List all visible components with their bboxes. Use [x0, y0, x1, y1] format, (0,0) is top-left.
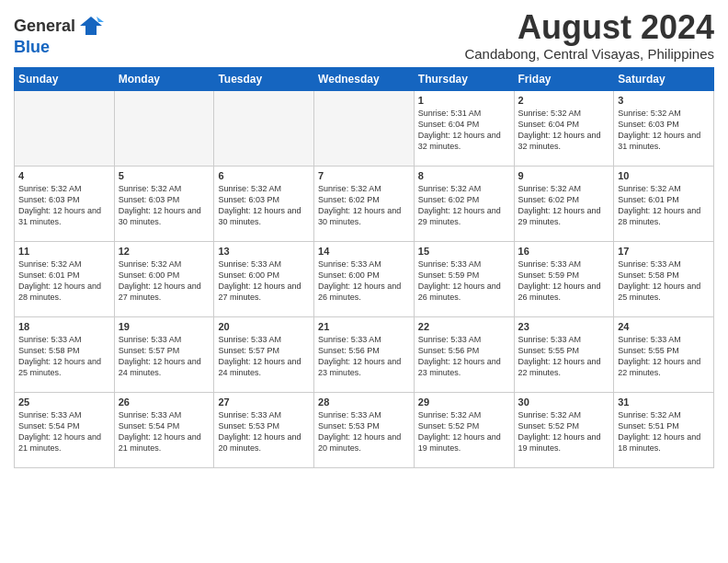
- day-number: 26: [119, 396, 210, 408]
- day-number: 10: [618, 170, 710, 181]
- calendar-cell: 28Sunrise: 5:33 AMSunset: 5:53 PMDayligh…: [314, 392, 415, 467]
- calendar-cell: 17Sunrise: 5:33 AMSunset: 5:58 PMDayligh…: [614, 241, 714, 316]
- cell-info: Sunrise: 5:32 AMSunset: 6:02 PMDaylight:…: [318, 184, 401, 226]
- calendar-cell: 26Sunrise: 5:33 AMSunset: 5:54 PMDayligh…: [114, 392, 214, 467]
- cell-info: Sunrise: 5:31 AMSunset: 6:04 PMDaylight:…: [418, 109, 501, 151]
- calendar-cell: 20Sunrise: 5:33 AMSunset: 5:57 PMDayligh…: [214, 316, 314, 392]
- calendar-week-row: 18Sunrise: 5:33 AMSunset: 5:58 PMDayligh…: [15, 316, 714, 392]
- cell-info: Sunrise: 5:32 AMSunset: 6:03 PMDaylight:…: [18, 184, 101, 226]
- calendar-cell: 6Sunrise: 5:32 AMSunset: 6:03 PMDaylight…: [214, 166, 314, 241]
- day-number: 28: [318, 396, 410, 408]
- day-number: 20: [218, 321, 310, 332]
- day-number: 18: [18, 321, 110, 332]
- cell-info: Sunrise: 5:32 AMSunset: 6:00 PMDaylight:…: [119, 259, 201, 302]
- day-number: 2: [518, 95, 610, 106]
- weekday-header-thursday: Thursday: [414, 67, 514, 90]
- day-number: 17: [618, 246, 710, 257]
- calendar-week-row: 11Sunrise: 5:32 AMSunset: 6:01 PMDayligh…: [15, 241, 714, 316]
- cell-info: Sunrise: 5:33 AMSunset: 5:55 PMDaylight:…: [518, 335, 601, 377]
- calendar-cell: 9Sunrise: 5:32 AMSunset: 6:02 PMDaylight…: [514, 166, 614, 241]
- logo-bird-icon: [78, 13, 104, 39]
- day-number: 1: [418, 95, 510, 106]
- cell-info: Sunrise: 5:33 AMSunset: 5:56 PMDaylight:…: [418, 335, 501, 377]
- calendar-cell: 27Sunrise: 5:33 AMSunset: 5:53 PMDayligh…: [214, 392, 314, 467]
- calendar-cell: 5Sunrise: 5:32 AMSunset: 6:03 PMDaylight…: [114, 166, 214, 241]
- cell-info: Sunrise: 5:33 AMSunset: 5:55 PMDaylight:…: [618, 335, 700, 377]
- day-number: 19: [119, 321, 210, 332]
- day-number: 4: [18, 170, 110, 181]
- location-subtitle: Candabong, Central Visayas, Philippines: [464, 46, 714, 62]
- cell-info: Sunrise: 5:33 AMSunset: 6:00 PMDaylight:…: [218, 259, 301, 302]
- cell-info: Sunrise: 5:32 AMSunset: 6:03 PMDaylight:…: [618, 109, 700, 151]
- day-number: 5: [119, 170, 210, 181]
- cell-info: Sunrise: 5:33 AMSunset: 5:57 PMDaylight:…: [218, 335, 301, 377]
- calendar-cell: [314, 90, 415, 166]
- calendar-cell: 8Sunrise: 5:32 AMSunset: 6:02 PMDaylight…: [414, 166, 514, 241]
- calendar-cell: [114, 90, 214, 166]
- day-number: 25: [18, 396, 110, 408]
- cell-info: Sunrise: 5:33 AMSunset: 5:53 PMDaylight:…: [318, 410, 401, 453]
- calendar-cell: [214, 90, 314, 166]
- day-number: 16: [518, 246, 610, 257]
- weekday-header-tuesday: Tuesday: [214, 67, 314, 90]
- calendar-cell: 3Sunrise: 5:32 AMSunset: 6:03 PMDaylight…: [614, 90, 714, 166]
- calendar-cell: 10Sunrise: 5:32 AMSunset: 6:01 PMDayligh…: [614, 166, 714, 241]
- cell-info: Sunrise: 5:32 AMSunset: 5:51 PMDaylight:…: [618, 410, 700, 453]
- calendar-cell: 11Sunrise: 5:32 AMSunset: 6:01 PMDayligh…: [15, 241, 115, 316]
- logo-text-blue: Blue: [14, 38, 50, 56]
- cell-info: Sunrise: 5:33 AMSunset: 6:00 PMDaylight:…: [318, 259, 401, 302]
- day-number: 29: [418, 396, 510, 408]
- calendar-week-row: 4Sunrise: 5:32 AMSunset: 6:03 PMDaylight…: [15, 166, 714, 241]
- day-number: 22: [418, 321, 510, 332]
- day-number: 31: [618, 396, 710, 408]
- calendar-cell: 22Sunrise: 5:33 AMSunset: 5:56 PMDayligh…: [414, 316, 514, 392]
- month-year-title: August 2024: [464, 9, 714, 46]
- day-number: 15: [418, 246, 510, 257]
- cell-info: Sunrise: 5:33 AMSunset: 5:57 PMDaylight:…: [119, 335, 201, 377]
- title-block: August 2024 Candabong, Central Visayas, …: [464, 9, 714, 62]
- cell-info: Sunrise: 5:32 AMSunset: 6:01 PMDaylight:…: [18, 259, 101, 302]
- calendar-cell: 18Sunrise: 5:33 AMSunset: 5:58 PMDayligh…: [15, 316, 115, 392]
- calendar-cell: 4Sunrise: 5:32 AMSunset: 6:03 PMDaylight…: [15, 166, 115, 241]
- cell-info: Sunrise: 5:33 AMSunset: 5:59 PMDaylight:…: [518, 259, 601, 302]
- cell-info: Sunrise: 5:33 AMSunset: 5:54 PMDaylight:…: [119, 410, 201, 453]
- calendar-cell: 2Sunrise: 5:32 AMSunset: 6:04 PMDaylight…: [514, 90, 614, 166]
- weekday-header-row: SundayMondayTuesdayWednesdayThursdayFrid…: [15, 67, 714, 90]
- calendar-week-row: 1Sunrise: 5:31 AMSunset: 6:04 PMDaylight…: [15, 90, 714, 166]
- day-number: 11: [18, 246, 110, 257]
- day-number: 13: [218, 246, 310, 257]
- calendar-table: SundayMondayTuesdayWednesdayThursdayFrid…: [14, 67, 714, 468]
- cell-info: Sunrise: 5:32 AMSunset: 6:02 PMDaylight:…: [418, 184, 501, 226]
- calendar-cell: 19Sunrise: 5:33 AMSunset: 5:57 PMDayligh…: [114, 316, 214, 392]
- calendar-cell: 14Sunrise: 5:33 AMSunset: 6:00 PMDayligh…: [314, 241, 415, 316]
- cell-info: Sunrise: 5:33 AMSunset: 5:56 PMDaylight:…: [318, 335, 401, 377]
- cell-info: Sunrise: 5:32 AMSunset: 5:52 PMDaylight:…: [418, 410, 501, 453]
- day-number: 12: [119, 246, 210, 257]
- cell-info: Sunrise: 5:32 AMSunset: 6:04 PMDaylight:…: [518, 109, 601, 151]
- calendar-cell: 1Sunrise: 5:31 AMSunset: 6:04 PMDaylight…: [414, 90, 514, 166]
- calendar-cell: 31Sunrise: 5:32 AMSunset: 5:51 PMDayligh…: [614, 392, 714, 467]
- calendar-cell: 29Sunrise: 5:32 AMSunset: 5:52 PMDayligh…: [414, 392, 514, 467]
- calendar-cell: 30Sunrise: 5:32 AMSunset: 5:52 PMDayligh…: [514, 392, 614, 467]
- cell-info: Sunrise: 5:32 AMSunset: 6:02 PMDaylight:…: [518, 184, 601, 226]
- cell-info: Sunrise: 5:33 AMSunset: 5:54 PMDaylight:…: [18, 410, 101, 453]
- day-number: 8: [418, 170, 510, 181]
- cell-info: Sunrise: 5:32 AMSunset: 6:03 PMDaylight:…: [119, 184, 201, 226]
- cell-info: Sunrise: 5:33 AMSunset: 5:58 PMDaylight:…: [18, 335, 101, 377]
- cell-info: Sunrise: 5:32 AMSunset: 5:52 PMDaylight:…: [518, 410, 601, 453]
- calendar-cell: 24Sunrise: 5:33 AMSunset: 5:55 PMDayligh…: [614, 316, 714, 392]
- day-number: 21: [318, 321, 410, 332]
- day-number: 7: [318, 170, 410, 181]
- calendar-cell: 7Sunrise: 5:32 AMSunset: 6:02 PMDaylight…: [314, 166, 415, 241]
- svg-marker-1: [97, 17, 104, 22]
- day-number: 9: [518, 170, 610, 181]
- calendar-cell: 15Sunrise: 5:33 AMSunset: 5:59 PMDayligh…: [414, 241, 514, 316]
- day-number: 3: [618, 95, 710, 106]
- cell-info: Sunrise: 5:33 AMSunset: 5:53 PMDaylight:…: [218, 410, 301, 453]
- day-number: 23: [518, 321, 610, 332]
- cell-info: Sunrise: 5:33 AMSunset: 5:59 PMDaylight:…: [418, 259, 501, 302]
- calendar-cell: 12Sunrise: 5:32 AMSunset: 6:00 PMDayligh…: [114, 241, 214, 316]
- calendar-cell: 13Sunrise: 5:33 AMSunset: 6:00 PMDayligh…: [214, 241, 314, 316]
- calendar-cell: 16Sunrise: 5:33 AMSunset: 5:59 PMDayligh…: [514, 241, 614, 316]
- calendar-cell: 25Sunrise: 5:33 AMSunset: 5:54 PMDayligh…: [15, 392, 115, 467]
